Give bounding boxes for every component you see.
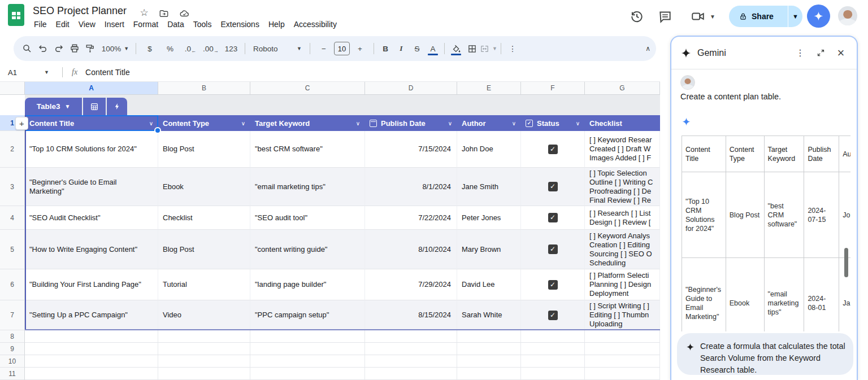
cell-r4c5[interactable]: ✓ [521,206,585,230]
row-header-3[interactable]: 3 [0,168,25,206]
cell-r8c5[interactable] [521,330,585,343]
font-select[interactable]: Roboto▼ [249,41,306,56]
menu-help[interactable]: Help [264,19,289,30]
cell-r6c1[interactable]: Tutorial [158,269,250,300]
cell-r11c5[interactable] [521,368,585,380]
cell-r8c2[interactable] [250,330,365,343]
menu-edit[interactable]: Edit [51,19,74,30]
cell-r4c6[interactable]: [ ] Research [ ] ListDesign [ ] Review [ [585,206,660,230]
cell-r10c2[interactable] [250,355,365,368]
column-filter-chevron[interactable]: ∨ [448,120,452,126]
panel-more-icon[interactable]: ⋮ [793,46,807,60]
comments-icon[interactable] [658,9,672,24]
column-header-B[interactable]: B [158,82,250,95]
cell-r10c5[interactable] [521,355,585,368]
column-header-D[interactable]: D [365,82,457,95]
column-header-G[interactable]: G [585,82,660,95]
cell-r7c4[interactable]: Sarah White [457,300,521,330]
increase-font-size-button[interactable]: + [350,41,370,56]
row-header-5[interactable]: 5 [0,230,25,269]
row-header-4[interactable]: 4 [0,206,25,230]
status-checkbox-checked[interactable]: ✓ [548,213,558,222]
cell-r5c4[interactable]: Mary Brown [457,230,521,269]
cell-r10c6[interactable] [585,355,660,368]
cell-r8c6[interactable] [585,330,660,343]
cell-r4c2[interactable]: "SEO audit tool" [250,206,365,230]
menu-data[interactable]: Data [163,19,189,30]
table-header-4[interactable]: Author∨ [457,115,521,131]
fill-color-button[interactable] [448,41,464,56]
format-currency-button[interactable]: $ [140,41,160,56]
cell-r5c6[interactable]: [ ] Keyword AnalysCreation [ ] EditingSo… [585,230,660,269]
cell-r9c0[interactable] [25,343,158,355]
cell-r9c1[interactable] [158,343,250,355]
cell-r6c4[interactable]: David Lee [457,269,521,300]
format-percent-button[interactable]: % [160,41,180,56]
cell-r6c0[interactable]: "Building Your First Landing Page" [25,269,158,300]
table-header-6[interactable]: Checklist [585,115,660,131]
menu-insert[interactable]: Insert [100,19,129,30]
video-call-icon[interactable] [691,9,705,24]
font-size-input[interactable]: 10 [334,42,350,55]
table-header-5[interactable]: ✓Status∨ [521,115,585,131]
row-header-7[interactable]: 7 [0,300,25,330]
cell-r4c1[interactable]: Checklist [158,206,250,230]
column-filter-chevron[interactable]: ∨ [576,120,580,126]
account-avatar[interactable] [838,6,857,25]
strikethrough-button[interactable]: S [409,41,425,56]
cloud-saved-icon[interactable] [179,8,190,20]
collapse-toolbar-icon[interactable]: ∧ [645,45,650,53]
paint-format-icon[interactable] [83,41,98,56]
cell-r2c6[interactable]: [ ] Keyword ResearCreated [ ] Draft WIma… [585,131,660,168]
star-icon[interactable]: ☆ [138,7,150,19]
italic-button[interactable]: I [393,41,409,56]
table-chip[interactable]: Table3▼ [25,98,82,115]
cell-r10c4[interactable] [457,355,521,368]
table-header-1[interactable]: Content Type∨ [158,115,250,131]
cell-r9c4[interactable] [457,343,521,355]
cell-r5c3[interactable]: 8/10/2024 [365,230,457,269]
row-header-9[interactable]: 9 [0,343,25,355]
cell-r3c1[interactable]: Ebook [158,168,250,206]
menu-accessibility[interactable]: Accessibility [289,19,341,30]
merge-cells-icon[interactable]: ▼ [480,41,497,56]
cell-r2c4[interactable]: John Doe [457,131,521,168]
zoom-control[interactable]: 100%▼ [98,41,132,56]
cell-r3c4[interactable]: Jane Smith [457,168,521,206]
cell-r5c0[interactable]: "How to Write Engaging Content" [25,230,158,269]
cell-r2c5[interactable]: ✓ [521,131,585,168]
name-box[interactable]: A1 [0,68,44,77]
cell-r10c1[interactable] [158,355,250,368]
menu-extensions[interactable]: Extensions [216,19,263,30]
cell-r9c3[interactable] [365,343,457,355]
cell-r7c0[interactable]: "Setting Up a PPC Campaign" [25,300,158,330]
status-checkbox-checked[interactable]: ✓ [548,280,558,290]
search-icon[interactable] [19,41,35,56]
share-dropdown-chevron[interactable]: ▼ [788,13,802,20]
panel-scrollbar-thumb[interactable] [844,248,848,277]
table-autofill-icon[interactable] [107,98,127,115]
menu-tools[interactable]: Tools [189,19,216,30]
column-filter-chevron[interactable]: ∨ [241,120,245,126]
status-checkbox-checked[interactable]: ✓ [548,244,558,254]
menu-format[interactable]: Format [129,19,163,30]
cell-r8c1[interactable] [158,330,250,343]
cell-r4c4[interactable]: Peter Jones [457,206,521,230]
menu-file[interactable]: File [29,19,51,30]
cell-r2c1[interactable]: Blog Post [158,131,250,168]
cell-r6c6[interactable]: [ ] Platform SelectiPlanning [ ] DesignD… [585,269,660,300]
column-filter-chevron[interactable]: ∨ [149,120,153,126]
text-color-button[interactable]: A [425,41,441,56]
selection-fill-handle[interactable] [154,127,161,134]
undo-icon[interactable] [35,41,51,56]
cell-r2c0[interactable]: "Top 10 CRM Solutions for 2024" [25,131,158,168]
grid-corner[interactable] [0,82,25,95]
table-header-3[interactable]: Publish Date∨ [365,115,457,131]
cell-r5c5[interactable]: ✓ [521,230,585,269]
column-filter-chevron[interactable]: ∨ [356,120,360,126]
cell-r11c1[interactable] [158,368,250,380]
cell-r11c6[interactable] [585,368,660,380]
number-format-button[interactable]: 123 [221,41,241,56]
column-header-A[interactable]: A [25,82,158,95]
status-checkbox-checked[interactable]: ✓ [548,145,558,154]
